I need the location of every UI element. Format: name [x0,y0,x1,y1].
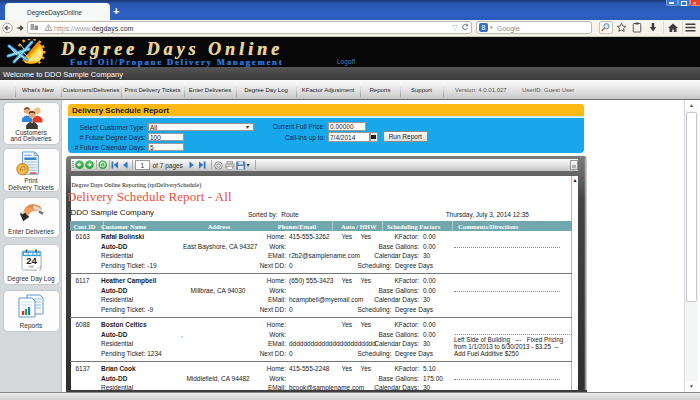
svg-text:MAY: MAY [29,264,35,268]
